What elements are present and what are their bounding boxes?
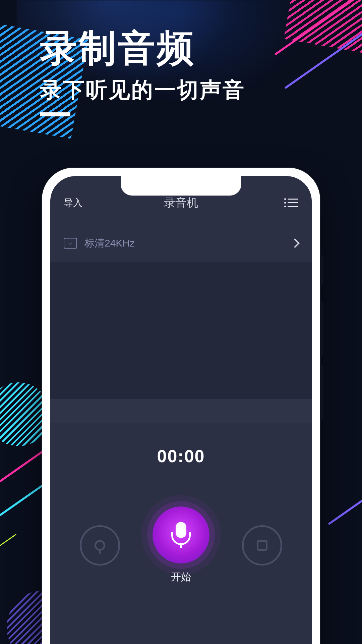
marker-button[interactable] bbox=[80, 525, 120, 566]
marker-icon bbox=[95, 540, 105, 551]
promo-underline bbox=[40, 112, 70, 116]
app-screen: 导入 录音机 标清24KHz 00:00 bbox=[50, 176, 312, 644]
promo-title: 录制音频 bbox=[40, 23, 196, 73]
waveform-area bbox=[50, 262, 312, 399]
menu-list-icon[interactable] bbox=[285, 198, 298, 208]
app-title: 录音机 bbox=[50, 195, 312, 211]
quality-selector[interactable]: 标清24KHz bbox=[50, 228, 312, 258]
phone-mockup: 导入 录音机 标清24KHz 00:00 bbox=[42, 168, 320, 644]
microphone-icon bbox=[173, 522, 189, 548]
import-button[interactable]: 导入 bbox=[64, 197, 82, 209]
timeline-strip bbox=[50, 399, 312, 423]
recording-timer: 00:00 bbox=[157, 446, 205, 466]
record-button-label: 开始 bbox=[171, 570, 191, 584]
promo-subtitle: 录下听见的一切声音 bbox=[40, 75, 245, 105]
quality-label: 标清24KHz bbox=[84, 236, 135, 250]
record-button[interactable] bbox=[153, 506, 209, 564]
chevron-right-icon bbox=[290, 238, 300, 248]
controls-area: 00:00 开始 bbox=[50, 423, 312, 644]
phone-notch bbox=[121, 176, 241, 196]
quality-icon bbox=[64, 238, 77, 249]
stop-icon bbox=[257, 540, 267, 551]
stop-button[interactable] bbox=[242, 525, 282, 566]
